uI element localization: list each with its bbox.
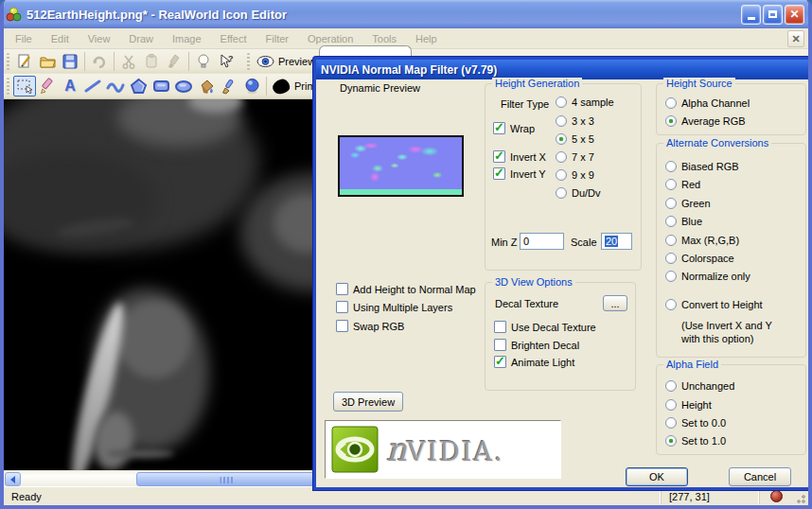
radio-5x5[interactable]: 5 x 5 <box>556 133 594 145</box>
use-decal-checkbox[interactable]: ✓Use Decal Texture <box>494 321 596 333</box>
radio-convert-to-height[interactable]: Convert to Height <box>665 299 763 310</box>
menu-operation[interactable]: Operation <box>300 30 361 47</box>
checkbox-icon[interactable]: ✓ <box>336 283 348 295</box>
checkbox-checked-icon[interactable]: ✓ <box>494 356 506 368</box>
paste-button[interactable] <box>140 51 163 72</box>
checkbox-icon[interactable]: ✓ <box>494 321 506 333</box>
cut-button[interactable] <box>117 51 140 72</box>
invert-x-checkbox[interactable]: ✓Invert X <box>493 150 546 163</box>
close-button[interactable]: ✕ <box>785 5 804 25</box>
radio-4-sample[interactable]: 4 sample <box>556 97 614 108</box>
sphere-tool-button[interactable] <box>240 76 263 97</box>
checkbox-checked-icon[interactable]: ✓ <box>493 167 505 180</box>
radio-red[interactable]: Red <box>665 179 700 190</box>
test-button[interactable] <box>192 51 215 72</box>
minimize-button[interactable] <box>741 5 761 25</box>
checkbox-icon[interactable]: ✓ <box>494 339 506 351</box>
radio-colorspace[interactable]: Colorspace <box>665 253 734 264</box>
radio-icon[interactable] <box>665 97 677 109</box>
curve-tool-button[interactable] <box>104 76 127 97</box>
undo-button[interactable] <box>88 51 111 72</box>
checkbox-checked-icon[interactable]: ✓ <box>493 150 505 163</box>
airbrush-tool-button[interactable] <box>218 76 240 97</box>
menu-effect[interactable]: Effect <box>213 30 255 47</box>
radio-icon[interactable] <box>556 97 567 108</box>
radio-icon[interactable] <box>665 380 677 392</box>
radio-icon[interactable] <box>556 151 567 163</box>
radio-icon[interactable] <box>556 169 567 181</box>
open-file-button[interactable] <box>36 51 59 72</box>
radio-icon[interactable] <box>665 417 677 429</box>
document-close-button[interactable]: ✕ <box>787 30 804 47</box>
radio-height[interactable]: Height <box>665 399 712 411</box>
menu-view[interactable]: View <box>80 30 118 47</box>
scrollbar-thumb[interactable] <box>136 472 318 486</box>
swap-rgb-checkbox[interactable]: ✓Swap RGB <box>336 320 404 332</box>
fill-tool-button[interactable] <box>195 76 218 97</box>
invert-y-checkbox[interactable]: ✓Invert Y <box>493 167 546 180</box>
radio-icon[interactable] <box>665 235 677 246</box>
ellipse-tool-button[interactable] <box>172 76 195 97</box>
titlebar[interactable]: 512EarthHeight.png* - RealWorld Icon Edi… <box>0 0 812 28</box>
radio-icon[interactable] <box>665 179 677 190</box>
radio-normalize-only[interactable]: Normalize only <box>665 271 750 282</box>
radio-7x7[interactable]: 7 x 7 <box>556 151 594 163</box>
radio-max-rgb[interactable]: Max (R,G,B) <box>665 235 739 246</box>
menu-filter[interactable]: Filter <box>258 30 296 47</box>
new-file-button[interactable] <box>13 51 36 72</box>
menu-edit[interactable]: Edit <box>44 30 77 47</box>
radio-9x9[interactable]: 9 x 9 <box>556 169 594 181</box>
menu-tools[interactable]: Tools <box>364 30 404 47</box>
pencil-tool-button[interactable] <box>36 76 59 97</box>
radio-icon[interactable] <box>665 216 677 227</box>
radio-3x3[interactable]: 3 x 3 <box>556 115 594 127</box>
radio-icon[interactable] <box>556 115 567 127</box>
brighten-decal-checkbox[interactable]: ✓Brighten Decal <box>494 339 579 351</box>
preview-toggle-button[interactable] <box>254 51 276 72</box>
scroll-left-button[interactable] <box>5 472 21 486</box>
checkbox-icon[interactable]: ✓ <box>336 301 348 313</box>
radio-biased-rgb[interactable]: Biased RGB <box>665 161 739 172</box>
format-brush-button[interactable] <box>163 51 185 72</box>
radio-icon[interactable] <box>556 187 567 199</box>
radio-icon[interactable] <box>665 299 677 310</box>
radio-average-rgb[interactable]: Average RGB <box>665 115 746 127</box>
radio-icon[interactable] <box>665 198 677 209</box>
radio-blue[interactable]: Blue <box>665 216 702 227</box>
menu-file[interactable]: File <box>8 30 40 47</box>
radio-selected-icon[interactable] <box>556 133 567 145</box>
radio-set-0[interactable]: Set to 0.0 <box>665 417 726 429</box>
radio-unchanged[interactable]: Unchanged <box>665 380 734 392</box>
min-z-input[interactable]: 0 <box>520 233 564 250</box>
resize-grip[interactable] <box>793 491 806 504</box>
radio-icon[interactable] <box>665 161 677 172</box>
radio-set-1[interactable]: Set to 1.0 <box>665 435 726 447</box>
select-tool-button[interactable] <box>13 76 36 97</box>
checkbox-icon[interactable]: ✓ <box>336 320 348 332</box>
scale-input[interactable]: 20 <box>601 233 632 250</box>
animate-light-checkbox[interactable]: ✓Animate Light <box>494 356 574 368</box>
radio-selected-icon[interactable] <box>665 115 677 127</box>
radio-dudv[interactable]: Du/Dv <box>556 187 601 199</box>
radio-icon[interactable] <box>665 253 677 264</box>
radio-green[interactable]: Green <box>665 198 711 209</box>
radio-selected-icon[interactable] <box>665 435 677 447</box>
dialog-titlebar[interactable]: NVIDIA Normal Map Filter (v7.79) <box>316 60 810 79</box>
add-height-checkbox[interactable]: ✓Add Height to Normal Map <box>336 283 476 295</box>
polygon-tool-button[interactable] <box>127 76 150 97</box>
rectangle-tool-button[interactable] <box>150 76 172 97</box>
menu-draw[interactable]: Draw <box>121 30 161 47</box>
cancel-button[interactable]: Cancel <box>729 467 791 486</box>
radio-icon[interactable] <box>665 271 677 282</box>
context-help-button[interactable]: ? <box>215 51 238 72</box>
decal-browse-button[interactable]: ... <box>603 295 627 311</box>
toolbar-grip[interactable] <box>247 53 250 70</box>
radio-icon[interactable] <box>665 399 677 411</box>
maximize-button[interactable] <box>763 5 783 25</box>
toolbar-grip[interactable] <box>7 53 9 70</box>
preview-3d-button[interactable]: 3D Preview <box>333 392 403 412</box>
save-button[interactable] <box>59 51 81 72</box>
toolbar-grip[interactable] <box>7 78 9 95</box>
menu-help[interactable]: Help <box>408 30 445 47</box>
text-tool-button[interactable]: A <box>59 76 81 97</box>
